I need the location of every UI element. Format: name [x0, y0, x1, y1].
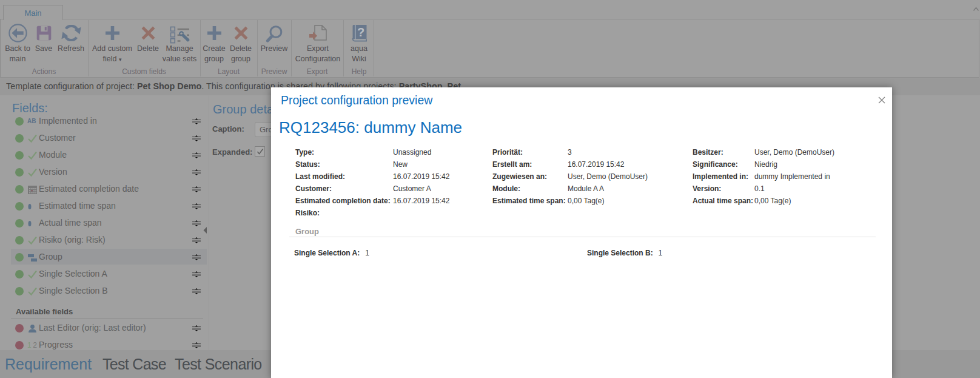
svg-text:?: ?: [357, 25, 364, 39]
